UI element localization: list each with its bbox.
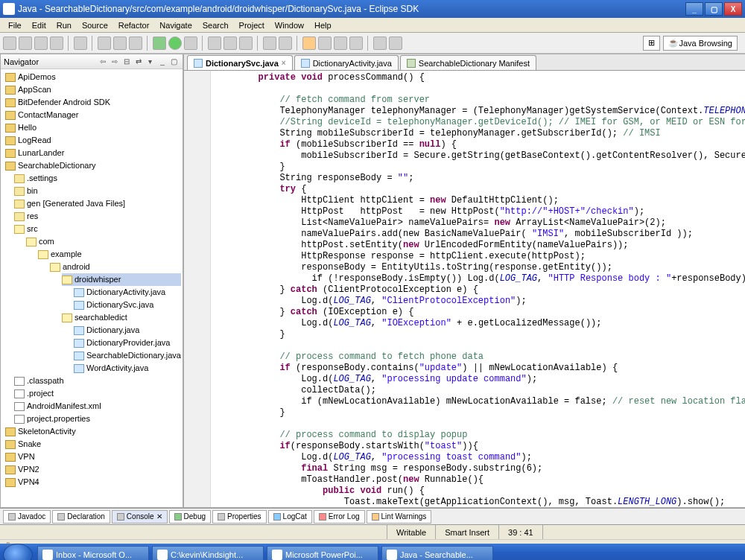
view-tab-logcat[interactable]: LogCat [268,510,312,524]
folder-item[interactable]: src [27,223,38,235]
open-perspective-button[interactable]: ⊞ [643,36,660,51]
search-icon[interactable] [263,36,276,50]
stop-icon[interactable] [113,36,127,50]
java-file[interactable]: DictionaryProvider.java [86,337,171,349]
collapse-all-icon[interactable]: ⊟ [121,57,132,67]
package-item[interactable]: searchabledict [74,312,127,323]
save-icon[interactable] [19,36,32,50]
editor-gutter[interactable] [184,71,211,507]
toggle-breadcrumb-icon[interactable] [302,36,316,50]
save-all-icon[interactable] [34,36,48,50]
link-editor-icon[interactable]: ⇄ [133,57,144,67]
editor-tab[interactable]: DictionaryActivity.java [294,55,399,70]
menu-file[interactable]: File [3,19,27,31]
menu-navigate[interactable]: Navigate [154,19,197,31]
app-icon [387,550,397,560]
menu-help[interactable]: Help [309,19,337,31]
view-tab-console[interactable]: Console ✕ [112,510,168,524]
project-item[interactable]: VPN4 [18,477,39,488]
source-editor[interactable]: private void private void processCommand… [211,71,745,507]
view-tab-debug[interactable]: Debug [169,510,211,524]
navigator-tree[interactable]: ApiDemos AppScan BitDefender Android SDK… [1,69,183,507]
java-file[interactable]: SearchableDictionary.java [86,350,181,361]
folder-item[interactable]: bin [27,185,38,197]
block-selection-icon[interactable] [334,36,347,50]
taskbar-item[interactable]: Java - Searchable... [381,546,493,560]
menu-search[interactable]: Search [197,19,234,31]
back-icon[interactable] [373,36,387,50]
java-file[interactable]: DictionaryActivity.java [86,287,165,298]
package-selected[interactable]: droidwhisper [74,274,121,285]
editor-tab[interactable]: SearchableDictionary Manifest [400,55,536,70]
folder-item[interactable]: res [27,211,38,222]
project-item[interactable]: LunarLander [18,147,64,159]
java-file[interactable]: DictionarySvc.java [86,299,153,311]
file-item[interactable]: AndroidManifest.xml [27,401,101,412]
annotate-icon[interactable] [279,36,292,50]
back-history-icon[interactable]: ⇦ [98,57,108,67]
view-tab-javadoc[interactable]: Javadoc [3,510,51,524]
menu-run[interactable]: Run [51,19,77,31]
project-item[interactable]: Hello [18,122,37,133]
taskbar-item[interactable]: Microsoft PowerPoi... [267,546,378,560]
new-icon[interactable] [3,36,16,50]
navigator-title: Navigator [4,57,39,66]
project-item[interactable]: VPN2 [18,464,39,475]
project-item-expanded[interactable]: SearchableDictionary [18,160,96,171]
project-item[interactable]: SkeletonActivity [18,426,76,437]
file-item[interactable]: .project [27,388,54,399]
menu-project[interactable]: Project [234,19,270,31]
show-whitespace-icon[interactable] [349,36,363,50]
project-item[interactable]: LogRead [18,135,51,146]
start-button[interactable] [3,544,33,560]
folder-item[interactable]: example [51,249,82,260]
menu-edit[interactable]: Edit [27,19,51,31]
project-item[interactable]: ContactManager [18,109,78,121]
print-icon[interactable] [50,36,63,50]
new-class-icon[interactable] [129,36,142,50]
new-package-icon[interactable] [208,36,221,50]
view-tab-lint[interactable]: Lint Warnings [367,510,432,524]
close-tab-icon[interactable]: × [282,59,286,67]
view-tab-properties[interactable]: Properties [212,510,267,524]
minimize-button[interactable]: _ [685,2,703,16]
fwd-history-icon[interactable]: ⇨ [110,57,120,67]
forward-icon[interactable] [389,36,402,50]
close-button[interactable]: X [724,2,742,16]
folder-item[interactable]: .settings [27,173,57,184]
project-item[interactable]: Snake [18,439,41,450]
open-type-icon[interactable] [239,36,253,50]
folder-item[interactable]: com [39,236,54,247]
project-item[interactable]: ApiDemos [18,71,56,83]
menu-refactor[interactable]: Refactor [113,19,155,31]
java-file[interactable]: Dictionary.java [86,325,139,336]
taskbar-item[interactable]: Inbox - Microsoft O... [37,546,149,560]
java-browsing-perspective[interactable]: ☕ Java Browsing [663,36,738,51]
run-icon[interactable] [168,36,182,50]
file-item[interactable]: .classpath [27,375,64,386]
project-item[interactable]: AppScan [18,84,51,95]
folder-item[interactable]: gen [Generated Java Files] [27,198,125,209]
menu-window[interactable]: Window [270,19,309,31]
build-icon[interactable] [74,36,87,50]
folder-item[interactable]: android [63,261,90,273]
view-tab-errorlog[interactable]: Error Log [314,510,365,524]
menu-source[interactable]: Source [77,19,113,31]
debug-icon[interactable] [153,36,166,50]
run-last-icon[interactable] [184,36,197,50]
project-item[interactable]: VPN [18,451,35,462]
new-type-icon[interactable] [224,36,237,50]
device-icon[interactable] [98,36,111,50]
file-item[interactable]: project.properties [27,413,90,424]
minimize-view-icon[interactable]: _ [157,57,168,67]
view-tab-declaration[interactable]: Declaration [52,510,110,524]
java-file[interactable]: WordActivity.java [86,363,148,374]
maximize-view-icon[interactable]: ▢ [169,57,180,67]
mark-occurrences-icon[interactable] [318,36,332,50]
editor-tab-active[interactable]: DictionarySvc.java× [187,55,293,70]
view-menu-icon[interactable]: ▾ [145,57,156,67]
tab-label: DictionarySvc.java [206,59,279,68]
project-item[interactable]: BitDefender Android SDK [18,97,110,108]
taskbar-item[interactable]: C:\kevin\Kindsight... [152,546,264,560]
maximize-button[interactable]: ▢ [705,2,723,16]
